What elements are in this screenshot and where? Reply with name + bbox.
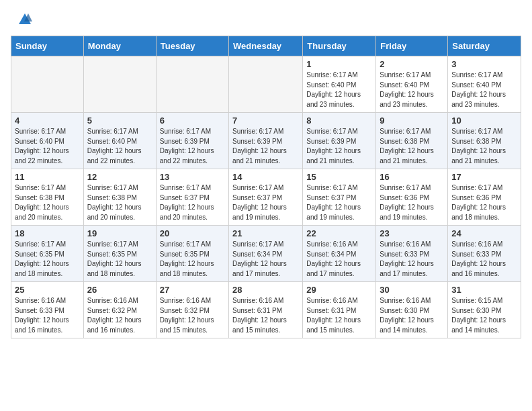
calendar-cell: 21Sunrise: 6:17 AMSunset: 6:34 PMDayligh… [229,226,303,282]
calendar-cell [11,56,84,113]
day-info: Sunrise: 6:17 AMSunset: 6:37 PMDaylight:… [306,183,372,222]
day-number: 16 [380,172,444,182]
calendar-cell: 19Sunrise: 6:17 AMSunset: 6:35 PMDayligh… [83,226,156,282]
calendar-cell: 28Sunrise: 6:16 AMSunset: 6:31 PMDayligh… [229,282,303,338]
col-header-thursday: Thursday [303,36,376,56]
calendar-cell: 8Sunrise: 6:17 AMSunset: 6:39 PMDaylight… [303,113,376,169]
day-info: Sunrise: 6:17 AMSunset: 6:38 PMDaylight:… [451,127,517,166]
day-info: Sunrise: 6:17 AMSunset: 6:37 PMDaylight:… [160,183,225,222]
day-number: 25 [15,285,80,295]
calendar-cell: 20Sunrise: 6:17 AMSunset: 6:35 PMDayligh… [156,226,228,282]
calendar-cell: 24Sunrise: 6:16 AMSunset: 6:33 PMDayligh… [448,226,521,282]
day-info: Sunrise: 6:17 AMSunset: 6:36 PMDaylight:… [380,183,444,222]
day-info: Sunrise: 6:17 AMSunset: 6:39 PMDaylight:… [232,127,299,166]
col-header-monday: Monday [83,36,156,56]
calendar-cell: 14Sunrise: 6:17 AMSunset: 6:37 PMDayligh… [229,169,303,226]
day-info: Sunrise: 6:16 AMSunset: 6:31 PMDaylight:… [306,296,372,335]
day-info: Sunrise: 6:17 AMSunset: 6:40 PMDaylight:… [451,71,517,109]
calendar-cell: 17Sunrise: 6:17 AMSunset: 6:36 PMDayligh… [448,169,521,226]
day-number: 12 [87,172,152,182]
col-header-friday: Friday [376,36,448,56]
calendar-wrapper: SundayMondayTuesdayWednesdayThursdayFrid… [0,36,532,344]
calendar-cell: 6Sunrise: 6:17 AMSunset: 6:39 PMDaylight… [156,113,228,169]
day-info: Sunrise: 6:17 AMSunset: 6:38 PMDaylight:… [380,127,444,166]
day-number: 27 [160,285,225,295]
day-number: 11 [15,172,80,182]
calendar-cell: 31Sunrise: 6:15 AMSunset: 6:30 PMDayligh… [448,282,521,338]
calendar-row-3: 18Sunrise: 6:17 AMSunset: 6:35 PMDayligh… [11,226,521,282]
day-number: 7 [232,116,299,126]
day-number: 31 [451,285,517,295]
calendar-cell: 25Sunrise: 6:16 AMSunset: 6:33 PMDayligh… [11,282,84,338]
logo-icon [17,12,32,27]
calendar-row-2: 11Sunrise: 6:17 AMSunset: 6:38 PMDayligh… [11,169,521,226]
day-number: 22 [306,228,372,238]
day-info: Sunrise: 6:16 AMSunset: 6:30 PMDaylight:… [380,296,444,335]
col-header-saturday: Saturday [448,36,521,56]
day-info: Sunrise: 6:17 AMSunset: 6:40 PMDaylight:… [15,127,80,166]
day-number: 30 [380,285,444,295]
day-number: 9 [380,116,444,126]
calendar-cell: 7Sunrise: 6:17 AMSunset: 6:39 PMDaylight… [229,113,303,169]
day-info: Sunrise: 6:17 AMSunset: 6:36 PMDaylight:… [451,183,517,222]
col-header-tuesday: Tuesday [156,36,228,56]
logo [16,12,35,30]
calendar-cell: 4Sunrise: 6:17 AMSunset: 6:40 PMDaylight… [11,113,84,169]
day-number: 4 [15,116,80,126]
day-number: 20 [160,228,225,238]
page-header [0,0,532,36]
day-info: Sunrise: 6:17 AMSunset: 6:34 PMDaylight:… [232,240,299,279]
day-number: 29 [306,285,372,295]
day-info: Sunrise: 6:16 AMSunset: 6:31 PMDaylight:… [232,296,299,335]
day-number: 23 [380,228,444,238]
day-info: Sunrise: 6:17 AMSunset: 6:39 PMDaylight:… [160,127,225,166]
calendar-cell: 15Sunrise: 6:17 AMSunset: 6:37 PMDayligh… [303,169,376,226]
day-info: Sunrise: 6:16 AMSunset: 6:32 PMDaylight:… [87,296,152,335]
day-info: Sunrise: 6:16 AMSunset: 6:33 PMDaylight:… [380,240,444,279]
day-info: Sunrise: 6:17 AMSunset: 6:38 PMDaylight:… [87,183,152,222]
day-info: Sunrise: 6:17 AMSunset: 6:37 PMDaylight:… [232,183,299,222]
day-info: Sunrise: 6:17 AMSunset: 6:35 PMDaylight:… [160,240,225,279]
day-info: Sunrise: 6:16 AMSunset: 6:32 PMDaylight:… [160,296,225,335]
calendar-cell: 23Sunrise: 6:16 AMSunset: 6:33 PMDayligh… [376,226,448,282]
day-info: Sunrise: 6:17 AMSunset: 6:40 PMDaylight:… [87,127,152,166]
day-number: 10 [451,116,517,126]
day-number: 24 [451,228,517,238]
calendar-cell: 16Sunrise: 6:17 AMSunset: 6:36 PMDayligh… [376,169,448,226]
day-info: Sunrise: 6:17 AMSunset: 6:40 PMDaylight:… [306,71,372,109]
day-number: 6 [160,116,225,126]
calendar-cell: 11Sunrise: 6:17 AMSunset: 6:38 PMDayligh… [11,169,84,226]
calendar-row-0: 1Sunrise: 6:17 AMSunset: 6:40 PMDaylight… [11,56,521,113]
calendar-cell: 9Sunrise: 6:17 AMSunset: 6:38 PMDaylight… [376,113,448,169]
day-info: Sunrise: 6:17 AMSunset: 6:40 PMDaylight:… [380,71,444,109]
day-number: 3 [451,59,517,69]
calendar-cell: 18Sunrise: 6:17 AMSunset: 6:35 PMDayligh… [11,226,84,282]
col-header-sunday: Sunday [11,36,84,56]
calendar-cell: 3Sunrise: 6:17 AMSunset: 6:40 PMDaylight… [448,56,521,113]
calendar-cell: 27Sunrise: 6:16 AMSunset: 6:32 PMDayligh… [156,282,228,338]
day-number: 26 [87,285,152,295]
col-header-wednesday: Wednesday [229,36,303,56]
calendar-cell: 10Sunrise: 6:17 AMSunset: 6:38 PMDayligh… [448,113,521,169]
day-info: Sunrise: 6:17 AMSunset: 6:38 PMDaylight:… [15,183,80,222]
calendar-cell: 2Sunrise: 6:17 AMSunset: 6:40 PMDaylight… [376,56,448,113]
calendar-cell: 22Sunrise: 6:16 AMSunset: 6:34 PMDayligh… [303,226,376,282]
day-number: 19 [87,228,152,238]
day-number: 15 [306,172,372,182]
calendar-cell: 29Sunrise: 6:16 AMSunset: 6:31 PMDayligh… [303,282,376,338]
calendar-cell [229,56,303,113]
day-number: 8 [306,116,372,126]
day-number: 21 [232,228,299,238]
day-info: Sunrise: 6:16 AMSunset: 6:33 PMDaylight:… [15,296,80,335]
calendar-cell: 30Sunrise: 6:16 AMSunset: 6:30 PMDayligh… [376,282,448,338]
day-number: 13 [160,172,225,182]
day-info: Sunrise: 6:17 AMSunset: 6:35 PMDaylight:… [87,240,152,279]
day-number: 2 [380,59,444,69]
day-number: 14 [232,172,299,182]
day-number: 17 [451,172,517,182]
calendar-cell [83,56,156,113]
day-info: Sunrise: 6:16 AMSunset: 6:34 PMDaylight:… [306,240,372,279]
calendar-cell: 5Sunrise: 6:17 AMSunset: 6:40 PMDaylight… [83,113,156,169]
calendar-header-row: SundayMondayTuesdayWednesdayThursdayFrid… [11,36,521,56]
calendar-cell [156,56,228,113]
